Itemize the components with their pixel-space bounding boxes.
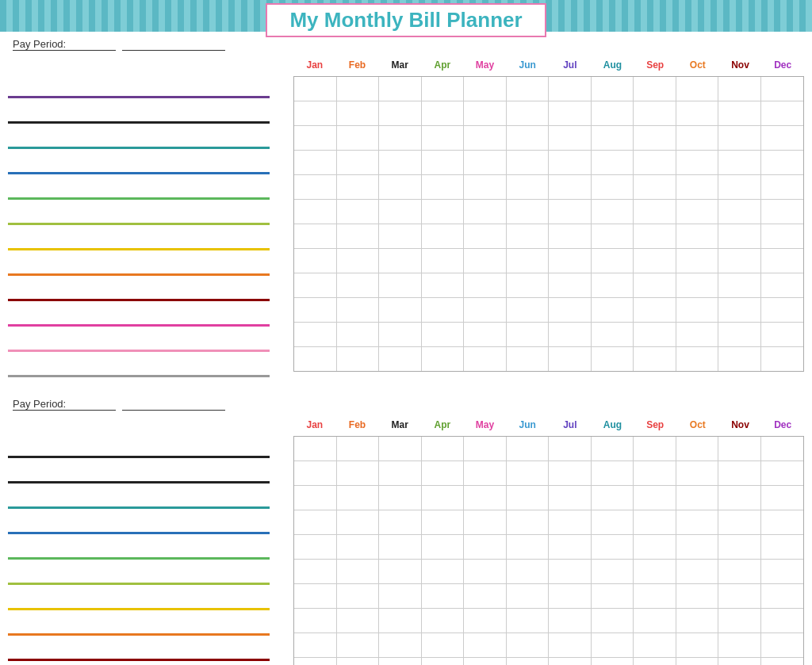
grid-cell [549,535,592,559]
grid-cell [761,510,804,534]
grid-cell [676,633,719,657]
grid-cell [634,224,676,248]
grid-cell [549,633,592,657]
grid-cell [422,633,465,657]
grid-cell [718,535,761,559]
grid-cell [337,249,380,273]
grid-cell [464,609,507,633]
grid-cell [379,609,422,633]
grid-cell [592,633,634,657]
grid-cell [592,77,634,101]
bill-line [8,304,293,328]
bill-line-inner [8,557,270,560]
grid-cell [422,535,465,559]
grid-cell [761,77,804,101]
grid-cell [464,224,507,248]
month-header-oct: Oct [676,414,719,436]
grid-cell [549,461,592,485]
grid-cell [507,535,550,559]
grid-cell [379,658,422,665]
grid-row [294,437,803,461]
grid-cell [294,323,337,346]
grid-cell [294,175,337,199]
grid-cell [718,437,761,461]
grid-cell [507,126,550,150]
grid-cell [337,535,380,559]
grid-cell [634,200,676,224]
grid-cell [294,298,337,322]
grid-cell [549,77,592,101]
grid-cell [676,101,719,125]
grid-row [294,609,803,633]
grid-cell [337,437,380,461]
bill-line-inner [8,96,270,98]
grid-cell [422,347,465,371]
grid-cell [761,461,804,485]
grid-body-2 [293,436,804,665]
month-header-dec: Dec [761,414,804,436]
grid-cell [592,126,634,150]
bill-line [8,355,293,379]
grid-cell [592,461,634,485]
grid-cell [634,175,676,199]
grid-cell [294,461,337,485]
grid-cell [634,633,676,657]
grid-cell [507,151,550,174]
grid-cell [337,151,380,174]
grid-cell [676,347,719,371]
grid-cell [549,658,592,665]
grid-cell [592,609,634,633]
month-header-jan: Jan [293,414,336,436]
grid-row [294,77,803,101]
page: My Monthly Bill Planner Pay Period: JanF… [0,0,812,665]
grid-cell [379,249,422,273]
grid-cell [634,609,676,633]
bill-line-inner [8,481,270,483]
month-header-jul: Jul [549,414,592,436]
grid-cell [592,347,634,371]
grid-cell [507,560,550,583]
grid-cell [379,437,422,461]
bill-line [8,436,293,460]
header-bar: My Monthly Bill Planner [0,0,812,32]
grid-cell [676,584,719,608]
grid-cell [718,175,761,199]
grid-cell [337,323,380,346]
grid-cell [634,535,676,559]
grid-cell [337,584,380,608]
grid-cell [379,323,422,346]
grid-cell [634,126,676,150]
grid-cell [634,273,676,297]
month-header-jul: Jul [549,54,592,76]
grid-row [294,151,803,175]
grid-cell [718,584,761,608]
grid-cell [379,486,422,510]
section-1: Pay Period: JanFebMarAprMayJunJulAugSepO… [0,32,812,384]
grid-cell [507,347,550,371]
month-headers-1: JanFebMarAprMayJunJulAugSepOctNovDec [293,54,804,76]
grid-cell [422,486,465,510]
grid-cell [761,658,804,665]
month-header-mar: Mar [378,54,421,76]
grid-cell [549,486,592,510]
grid-cell [634,560,676,583]
grid-cell [379,224,422,248]
grid-cell [549,249,592,273]
grid-cell [761,101,804,125]
bill-line [8,127,293,151]
bill-line [8,178,293,201]
grid-cell [676,273,719,297]
grid-cell [592,151,634,174]
grid-cell [592,584,634,608]
grid-cell [676,609,719,633]
grid-cell [549,151,592,174]
grid-row [294,486,803,510]
bill-line-inner [8,147,270,149]
grid-cell [507,200,550,224]
grid-cell [337,510,380,534]
grid-row [294,633,803,658]
grid-cell [507,633,550,657]
grid-cell [337,273,380,297]
grid-row [294,461,803,486]
grid-cell [718,461,761,485]
